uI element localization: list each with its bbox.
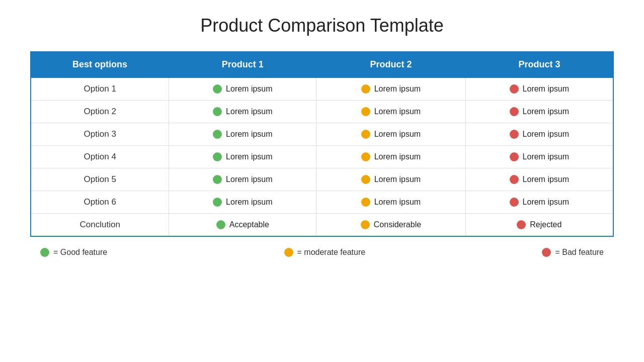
row-cell-product1: Acceptable [169, 214, 316, 237]
cell-text: Lorem ipsum [523, 175, 569, 184]
row-cell-product1: Lorem ipsum [169, 168, 316, 191]
cell-content: Lorem ipsum [471, 198, 608, 207]
row-cell-product1: Lorem ipsum [169, 191, 316, 214]
row-cell-product2: Lorem ipsum [316, 101, 466, 123]
cell-text: Lorem ipsum [226, 84, 272, 94]
status-dot [517, 220, 526, 229]
header-best-options: Best options [31, 52, 169, 77]
legend-bad: = Bad feature [542, 248, 604, 257]
page-title: Product Comparison Template [200, 15, 444, 36]
cell-text: Lorem ipsum [226, 175, 272, 184]
table-row: ConclutionAcceptableConsiderableRejected [31, 214, 613, 237]
cell-content: Lorem ipsum [174, 175, 311, 184]
row-label: Option 1 [31, 77, 169, 101]
status-dot [510, 84, 519, 94]
status-dot [510, 152, 519, 161]
header-product3: Product 3 [465, 52, 613, 77]
status-dot [213, 152, 222, 161]
row-label: Option 6 [31, 191, 169, 214]
row-label: Option 3 [31, 123, 169, 146]
cell-text: Lorem ipsum [374, 130, 421, 139]
cell-text: Lorem ipsum [523, 107, 569, 116]
cell-content: Considerable [321, 220, 460, 229]
row-label: Conclution [31, 214, 169, 237]
cell-text: Lorem ipsum [523, 130, 569, 139]
table-row: Option 1Lorem ipsumLorem ipsumLorem ipsu… [31, 77, 613, 101]
status-dot [510, 130, 519, 139]
cell-text: Lorem ipsum [523, 152, 569, 161]
cell-content: Lorem ipsum [174, 152, 311, 161]
status-dot [361, 130, 370, 139]
cell-text: Lorem ipsum [374, 152, 421, 161]
row-cell-product2: Lorem ipsum [316, 77, 466, 101]
cell-text: Acceptable [229, 220, 269, 229]
row-cell-product3: Lorem ipsum [465, 146, 613, 168]
legend: = Good feature = moderate feature = Bad … [30, 248, 614, 257]
cell-text: Lorem ipsum [523, 84, 569, 94]
cell-content: Lorem ipsum [321, 130, 460, 139]
status-dot [361, 84, 370, 94]
cell-content: Lorem ipsum [321, 84, 460, 94]
cell-content: Lorem ipsum [321, 175, 460, 184]
cell-content: Lorem ipsum [321, 198, 460, 207]
cell-text: Lorem ipsum [374, 175, 421, 184]
legend-good: = Good feature [40, 248, 107, 257]
row-cell-product3: Lorem ipsum [465, 101, 613, 123]
status-dot [216, 220, 225, 229]
cell-content: Lorem ipsum [321, 152, 460, 161]
cell-text: Lorem ipsum [374, 198, 421, 207]
status-dot [510, 175, 519, 184]
row-cell-product1: Lorem ipsum [169, 101, 316, 123]
row-label: Option 4 [31, 146, 169, 168]
table-row: Option 4Lorem ipsumLorem ipsumLorem ipsu… [31, 146, 613, 168]
header-product1: Product 1 [169, 52, 316, 77]
status-dot [361, 107, 370, 116]
row-cell-product3: Lorem ipsum [465, 191, 613, 214]
row-cell-product2: Lorem ipsum [316, 123, 466, 146]
dot-green-legend [40, 248, 49, 257]
legend-moderate-label: = moderate feature [297, 248, 366, 257]
row-cell-product1: Lorem ipsum [169, 77, 316, 101]
dot-orange-legend [284, 248, 293, 257]
row-cell-product3: Lorem ipsum [465, 77, 613, 101]
cell-text: Lorem ipsum [226, 198, 272, 207]
row-label: Option 2 [31, 101, 169, 123]
table-row: Option 3Lorem ipsumLorem ipsumLorem ipsu… [31, 123, 613, 146]
legend-moderate: = moderate feature [284, 248, 366, 257]
status-dot [213, 107, 222, 116]
table-row: Option 5Lorem ipsumLorem ipsumLorem ipsu… [31, 168, 613, 191]
slide: Product Comparison Template Best options… [0, 0, 644, 362]
cell-text: Lorem ipsum [226, 130, 272, 139]
row-cell-product3: Lorem ipsum [465, 168, 613, 191]
legend-good-label: = Good feature [53, 248, 107, 257]
status-dot [510, 198, 519, 207]
cell-content: Lorem ipsum [174, 198, 311, 207]
status-dot [510, 107, 519, 116]
cell-content: Lorem ipsum [471, 84, 608, 94]
row-label: Option 5 [31, 168, 169, 191]
cell-text: Lorem ipsum [374, 84, 421, 94]
dot-red-legend [542, 248, 551, 257]
row-cell-product1: Lorem ipsum [169, 146, 316, 168]
status-dot [361, 220, 370, 229]
status-dot [213, 130, 222, 139]
row-cell-product2: Lorem ipsum [316, 168, 466, 191]
cell-content: Lorem ipsum [471, 107, 608, 116]
header-product2: Product 2 [316, 52, 466, 77]
status-dot [213, 198, 222, 207]
row-cell-product2: Considerable [316, 214, 466, 237]
comparison-table: Best options Product 1 Product 2 Product… [30, 51, 614, 237]
cell-content: Lorem ipsum [321, 107, 460, 116]
cell-text: Lorem ipsum [226, 107, 272, 116]
table-row: Option 2Lorem ipsumLorem ipsumLorem ipsu… [31, 101, 613, 123]
status-dot [361, 152, 370, 161]
cell-content: Acceptable [174, 220, 311, 229]
cell-content: Lorem ipsum [471, 175, 608, 184]
status-dot [213, 175, 222, 184]
cell-text: Lorem ipsum [226, 152, 272, 161]
row-cell-product2: Lorem ipsum [316, 191, 466, 214]
row-cell-product3: Rejected [465, 214, 613, 237]
cell-content: Lorem ipsum [471, 152, 608, 161]
cell-content: Lorem ipsum [471, 130, 608, 139]
status-dot [213, 84, 222, 94]
